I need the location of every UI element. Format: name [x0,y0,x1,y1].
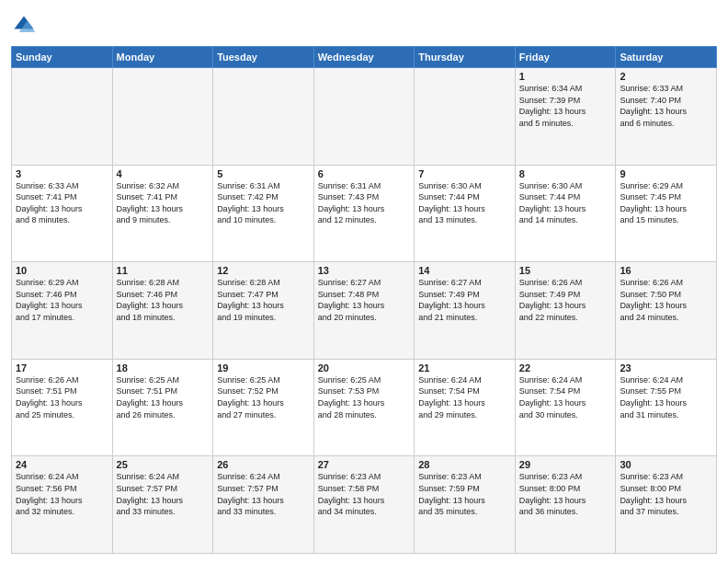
day-info: Sunrise: 6:34 AM Sunset: 7:39 PM Dayligh… [519,83,612,129]
calendar-week-row: 17Sunrise: 6:26 AM Sunset: 7:51 PM Dayli… [12,359,717,456]
day-number: 8 [519,168,612,179]
calendar-cell: 16Sunrise: 6:26 AM Sunset: 7:50 PM Dayli… [616,262,717,360]
header [11,9,717,39]
day-info: Sunrise: 6:30 AM Sunset: 7:44 PM Dayligh… [418,180,511,226]
calendar-cell: 28Sunrise: 6:23 AM Sunset: 7:59 PM Dayli… [415,456,516,554]
day-number: 4 [117,168,210,179]
day-info: Sunrise: 6:23 AM Sunset: 8:00 PM Dayligh… [620,471,712,517]
day-info: Sunrise: 6:27 AM Sunset: 7:49 PM Dayligh… [418,277,511,323]
day-info: Sunrise: 6:31 AM Sunset: 7:43 PM Dayligh… [318,180,411,226]
day-info: Sunrise: 6:27 AM Sunset: 7:48 PM Dayligh… [318,277,411,323]
calendar-cell: 26Sunrise: 6:24 AM Sunset: 7:57 PM Dayli… [213,456,314,554]
calendar-cell: 14Sunrise: 6:27 AM Sunset: 7:49 PM Dayli… [415,262,516,360]
day-info: Sunrise: 6:24 AM Sunset: 7:57 PM Dayligh… [117,471,210,517]
weekday-header: Tuesday [213,47,314,68]
calendar-cell: 18Sunrise: 6:25 AM Sunset: 7:51 PM Dayli… [112,359,213,456]
weekday-header-row: SundayMondayTuesdayWednesdayThursdayFrid… [12,47,717,68]
logo [11,13,40,39]
day-number: 29 [519,459,612,470]
day-info: Sunrise: 6:32 AM Sunset: 7:41 PM Dayligh… [117,180,210,226]
day-info: Sunrise: 6:30 AM Sunset: 7:44 PM Dayligh… [519,180,612,226]
day-number: 27 [318,459,411,470]
calendar-cell [12,68,113,166]
day-number: 9 [620,168,712,179]
weekday-header: Friday [515,47,616,68]
calendar: SundayMondayTuesdayWednesdayThursdayFrid… [11,46,717,554]
day-info: Sunrise: 6:28 AM Sunset: 7:47 PM Dayligh… [217,277,310,323]
day-number: 3 [16,168,108,179]
day-number: 18 [117,362,210,373]
calendar-cell: 19Sunrise: 6:25 AM Sunset: 7:52 PM Dayli… [213,359,314,456]
weekday-header: Wednesday [313,47,415,68]
calendar-cell: 5Sunrise: 6:31 AM Sunset: 7:42 PM Daylig… [213,165,314,262]
day-info: Sunrise: 6:24 AM Sunset: 7:54 PM Dayligh… [418,374,511,420]
day-number: 21 [418,362,511,373]
day-info: Sunrise: 6:23 AM Sunset: 7:58 PM Dayligh… [318,471,411,517]
day-number: 7 [418,168,511,179]
calendar-cell: 9Sunrise: 6:29 AM Sunset: 7:45 PM Daylig… [616,165,717,262]
day-info: Sunrise: 6:33 AM Sunset: 7:40 PM Dayligh… [620,83,712,129]
calendar-cell: 17Sunrise: 6:26 AM Sunset: 7:51 PM Dayli… [12,359,113,456]
day-number: 26 [217,459,310,470]
day-info: Sunrise: 6:28 AM Sunset: 7:46 PM Dayligh… [117,277,210,323]
day-number: 16 [620,265,712,276]
calendar-cell: 13Sunrise: 6:27 AM Sunset: 7:48 PM Dayli… [313,262,415,360]
day-number: 15 [519,265,612,276]
day-number: 5 [217,168,310,179]
calendar-cell: 29Sunrise: 6:23 AM Sunset: 8:00 PM Dayli… [515,456,616,554]
day-info: Sunrise: 6:25 AM Sunset: 7:51 PM Dayligh… [117,374,210,420]
day-info: Sunrise: 6:29 AM Sunset: 7:46 PM Dayligh… [16,277,108,323]
calendar-cell [112,68,213,166]
day-number: 2 [620,71,712,82]
day-number: 25 [117,459,210,470]
calendar-week-row: 10Sunrise: 6:29 AM Sunset: 7:46 PM Dayli… [12,262,717,360]
calendar-cell: 30Sunrise: 6:23 AM Sunset: 8:00 PM Dayli… [616,456,717,554]
day-info: Sunrise: 6:23 AM Sunset: 7:59 PM Dayligh… [418,471,511,517]
day-number: 1 [519,71,612,82]
day-number: 24 [16,459,108,470]
day-number: 22 [519,362,612,373]
day-number: 14 [418,265,511,276]
calendar-cell: 10Sunrise: 6:29 AM Sunset: 7:46 PM Dayli… [12,262,113,360]
day-number: 28 [418,459,511,470]
calendar-week-row: 1Sunrise: 6:34 AM Sunset: 7:39 PM Daylig… [12,68,717,166]
day-info: Sunrise: 6:26 AM Sunset: 7:51 PM Dayligh… [16,374,108,420]
calendar-cell: 23Sunrise: 6:24 AM Sunset: 7:55 PM Dayli… [616,359,717,456]
day-info: Sunrise: 6:23 AM Sunset: 8:00 PM Dayligh… [519,471,612,517]
weekday-header: Sunday [12,47,113,68]
day-number: 12 [217,265,310,276]
day-info: Sunrise: 6:24 AM Sunset: 7:54 PM Dayligh… [519,374,612,420]
calendar-cell: 3Sunrise: 6:33 AM Sunset: 7:41 PM Daylig… [12,165,113,262]
calendar-cell: 20Sunrise: 6:25 AM Sunset: 7:53 PM Dayli… [313,359,415,456]
calendar-cell: 1Sunrise: 6:34 AM Sunset: 7:39 PM Daylig… [515,68,616,166]
calendar-cell: 21Sunrise: 6:24 AM Sunset: 7:54 PM Dayli… [415,359,516,456]
calendar-cell: 15Sunrise: 6:26 AM Sunset: 7:49 PM Dayli… [515,262,616,360]
logo-icon [11,13,37,39]
calendar-cell: 4Sunrise: 6:32 AM Sunset: 7:41 PM Daylig… [112,165,213,262]
calendar-cell: 6Sunrise: 6:31 AM Sunset: 7:43 PM Daylig… [313,165,415,262]
calendar-cell [415,68,516,166]
day-info: Sunrise: 6:25 AM Sunset: 7:53 PM Dayligh… [318,374,411,420]
calendar-cell: 24Sunrise: 6:24 AM Sunset: 7:56 PM Dayli… [12,456,113,554]
weekday-header: Thursday [415,47,516,68]
calendar-cell: 22Sunrise: 6:24 AM Sunset: 7:54 PM Dayli… [515,359,616,456]
calendar-cell [213,68,314,166]
calendar-cell: 12Sunrise: 6:28 AM Sunset: 7:47 PM Dayli… [213,262,314,360]
day-info: Sunrise: 6:25 AM Sunset: 7:52 PM Dayligh… [217,374,310,420]
day-info: Sunrise: 6:24 AM Sunset: 7:56 PM Dayligh… [16,471,108,517]
calendar-cell: 7Sunrise: 6:30 AM Sunset: 7:44 PM Daylig… [415,165,516,262]
calendar-week-row: 3Sunrise: 6:33 AM Sunset: 7:41 PM Daylig… [12,165,717,262]
day-info: Sunrise: 6:31 AM Sunset: 7:42 PM Dayligh… [217,180,310,226]
day-info: Sunrise: 6:29 AM Sunset: 7:45 PM Dayligh… [620,180,712,226]
calendar-cell: 27Sunrise: 6:23 AM Sunset: 7:58 PM Dayli… [313,456,415,554]
calendar-cell: 2Sunrise: 6:33 AM Sunset: 7:40 PM Daylig… [616,68,717,166]
weekday-header: Monday [112,47,213,68]
day-number: 10 [16,265,108,276]
day-number: 19 [217,362,310,373]
weekday-header: Saturday [616,47,717,68]
calendar-cell: 11Sunrise: 6:28 AM Sunset: 7:46 PM Dayli… [112,262,213,360]
day-info: Sunrise: 6:33 AM Sunset: 7:41 PM Dayligh… [16,180,108,226]
day-number: 20 [318,362,411,373]
day-info: Sunrise: 6:24 AM Sunset: 7:57 PM Dayligh… [217,471,310,517]
page: SundayMondayTuesdayWednesdayThursdayFrid… [0,0,728,563]
